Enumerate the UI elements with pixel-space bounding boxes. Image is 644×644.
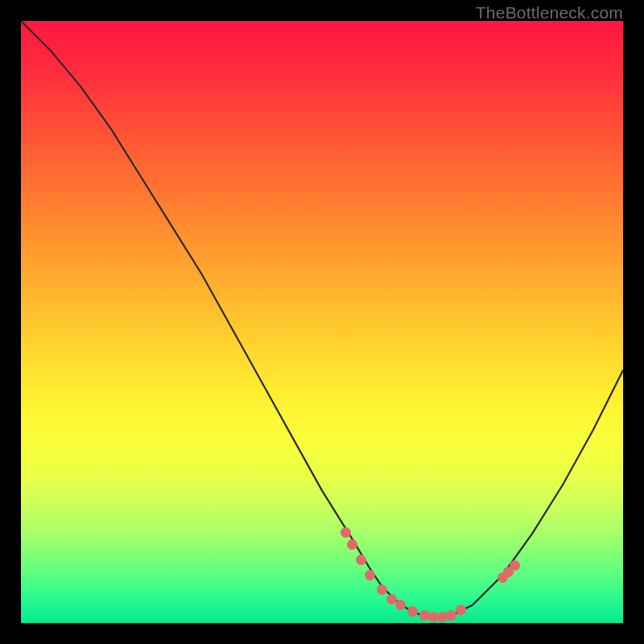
data-point xyxy=(395,600,406,610)
data-point xyxy=(446,610,456,621)
chart-frame: TheBottleneck.com xyxy=(0,0,644,644)
data-point xyxy=(365,570,375,580)
data-point xyxy=(356,555,366,565)
attribution-label: TheBottleneck.com xyxy=(476,3,623,23)
chart-plot-area xyxy=(21,21,623,623)
bottleneck-curve xyxy=(21,21,623,623)
data-point xyxy=(456,605,466,615)
data-point xyxy=(407,606,418,617)
